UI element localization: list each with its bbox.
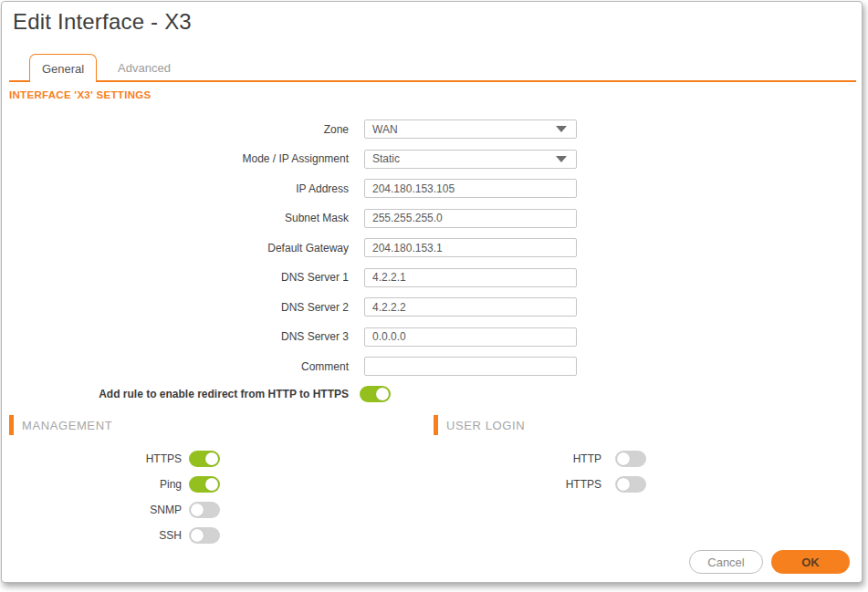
tab-advanced[interactable]: Advanced <box>110 54 179 81</box>
zone-selected-value: WAN <box>372 123 398 136</box>
dns-server-3-label: DNS Server 3 <box>2 330 349 343</box>
tab-general-label: General <box>42 62 84 76</box>
http-redirect-label: Add rule to enable redirect from HTTP to… <box>2 388 349 400</box>
interface-settings-form: Zone WAN Mode / IP Assignment Static IP … <box>2 119 862 387</box>
management-ssh-toggle[interactable] <box>189 527 220 544</box>
ip-address-label: IP Address <box>2 182 349 195</box>
toggle-knob <box>617 478 630 491</box>
dns-server-3-row: DNS Server 3 <box>2 327 862 347</box>
user-login-section-title: USER LOGIN <box>446 419 525 432</box>
toggle-knob <box>191 529 204 542</box>
tab-general[interactable]: General <box>29 54 97 82</box>
toggle-knob <box>617 452 630 465</box>
dialog-footer: Cancel OK <box>689 550 850 574</box>
http-redirect-row: Add rule to enable redirect from HTTP to… <box>2 386 391 402</box>
comment-label: Comment <box>2 360 349 373</box>
dns-server-2-input[interactable] <box>364 297 577 317</box>
dns-server-1-input[interactable] <box>364 268 577 287</box>
management-section-header: MANAGEMENT <box>9 415 112 435</box>
mode-ip-assignment-label: Mode / IP Assignment <box>2 152 349 165</box>
section-accent-bar <box>9 415 14 435</box>
section-accent-bar <box>434 415 438 435</box>
subnet-mask-input[interactable] <box>364 209 577 228</box>
default-gateway-input[interactable] <box>364 238 577 257</box>
dns-server-2-row: DNS Server 2 <box>2 297 862 317</box>
subnet-mask-label: Subnet Mask <box>2 212 349 224</box>
dialog-title: Edit Interface - X3 <box>13 9 192 35</box>
user-login-http-toggle[interactable] <box>615 451 646 467</box>
ip-address-row: IP Address <box>2 179 862 198</box>
ok-button[interactable]: OK <box>771 550 850 574</box>
dns-server-2-label: DNS Server 2 <box>2 301 349 314</box>
comment-input[interactable] <box>364 357 577 376</box>
management-snmp-toggle[interactable] <box>189 502 220 518</box>
chevron-down-icon <box>556 126 567 132</box>
user-login-https-toggle[interactable] <box>615 476 646 493</box>
toggle-knob <box>191 504 204 516</box>
subnet-mask-row: Subnet Mask <box>2 209 862 228</box>
chevron-down-icon <box>556 156 567 162</box>
user-login-https-label: HTTPS <box>2 478 601 491</box>
user-login-section-header: USER LOGIN <box>434 415 525 435</box>
toggle-knob <box>376 388 389 400</box>
user-login-http-row: HTTP <box>2 451 646 467</box>
comment-row: Comment <box>2 357 862 376</box>
edit-interface-dialog: Edit Interface - X3 General Advanced INT… <box>1 1 863 583</box>
tab-advanced-label: Advanced <box>118 61 171 75</box>
management-ssh-label: SSH <box>2 529 182 542</box>
default-gateway-row: Default Gateway <box>2 238 862 257</box>
management-section-title: MANAGEMENT <box>22 419 112 432</box>
zone-label: Zone <box>2 123 349 136</box>
mode-ip-assignment-select[interactable]: Static <box>364 150 577 169</box>
dns-server-1-row: DNS Server 1 <box>2 268 862 287</box>
dns-server-1-label: DNS Server 1 <box>2 271 349 284</box>
user-login-https-row: HTTPS <box>2 476 646 493</box>
management-ssh-row: SSH <box>2 527 220 544</box>
default-gateway-label: Default Gateway <box>2 242 349 254</box>
cancel-button[interactable]: Cancel <box>689 550 763 574</box>
management-snmp-label: SNMP <box>2 504 182 516</box>
http-to-https-redirect-toggle[interactable] <box>360 386 391 402</box>
user-login-http-label: HTTP <box>2 452 601 465</box>
mode-selected-value: Static <box>372 152 400 165</box>
user-login-toggles: HTTP HTTPS <box>2 451 646 502</box>
ip-address-input[interactable] <box>364 179 577 198</box>
management-snmp-row: SNMP <box>2 502 220 518</box>
zone-row: Zone WAN <box>2 119 862 139</box>
dns-server-3-input[interactable] <box>364 327 577 347</box>
mode-row: Mode / IP Assignment Static <box>2 150 862 169</box>
interface-settings-heading: INTERFACE 'X3' SETTINGS <box>9 89 152 100</box>
zone-select[interactable]: WAN <box>364 119 577 139</box>
